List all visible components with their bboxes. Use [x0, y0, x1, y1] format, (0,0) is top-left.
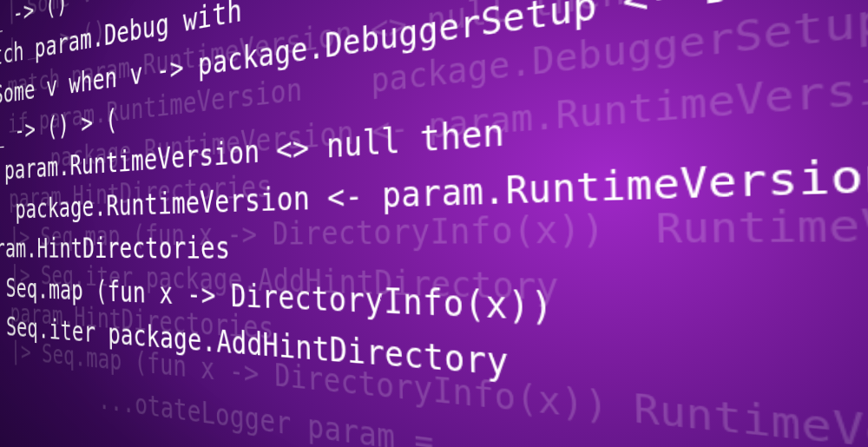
code-hero-image: match p... | Some v when v -> package.Sh… [0, 0, 868, 447]
